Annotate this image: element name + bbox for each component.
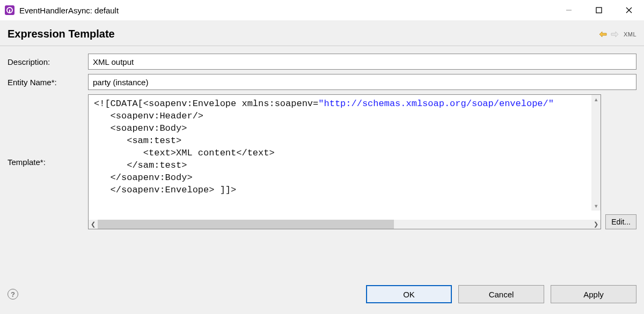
scroll-thumb[interactable] [98, 220, 394, 229]
description-input[interactable] [88, 54, 636, 70]
template-code-box[interactable]: <![CDATA[<soapenv:Envelope xmlns:soapenv… [88, 94, 601, 229]
cancel-button[interactable]: Cancel [458, 285, 544, 303]
svg-rect-4 [596, 8, 602, 13]
entity-row: Entity Name*: [8, 74, 636, 90]
scroll-up-icon[interactable]: ▴ [595, 96, 598, 103]
window-title: EventHandlerAsync: default [19, 6, 119, 15]
template-code-content: <![CDATA[<soapenv:Envelope xmlns:soapenv… [89, 95, 601, 200]
close-button[interactable] [614, 0, 644, 20]
xml-label[interactable]: XML [624, 31, 636, 38]
dialog-footer: ? OK Cancel Apply [0, 282, 644, 314]
page-header: Expression Template XML [0, 20, 644, 46]
template-label: Template*: [8, 94, 88, 167]
maximize-button[interactable] [584, 0, 614, 20]
apply-button[interactable]: Apply [551, 285, 636, 303]
window-controls [554, 0, 644, 20]
scroll-left-icon[interactable]: ❮ [89, 220, 98, 229]
ok-button[interactable]: OK [366, 285, 452, 303]
form-area: Description: Entity Name*: Template*: <!… [0, 46, 644, 229]
help-icon[interactable]: ? [8, 289, 18, 300]
minimize-button[interactable] [554, 0, 584, 20]
entity-name-label: Entity Name*: [8, 78, 88, 87]
app-icon [4, 5, 15, 16]
scroll-right-icon[interactable]: ❯ [591, 220, 601, 229]
entity-name-input[interactable] [88, 74, 636, 90]
scroll-down-icon[interactable]: ▾ [595, 203, 598, 210]
edit-button[interactable]: Edit... [605, 214, 636, 229]
forward-arrow-icon[interactable] [611, 31, 619, 38]
back-arrow-icon[interactable] [599, 31, 608, 38]
description-label: Description: [8, 57, 88, 66]
svg-rect-2 [9, 10, 10, 13]
horizontal-scrollbar[interactable]: ❮ ❯ [89, 220, 601, 229]
titlebar: EventHandlerAsync: default [0, 0, 644, 20]
vertical-scrollbar[interactable]: ▴ ▾ [591, 95, 601, 211]
template-row: Template*: <![CDATA[<soapenv:Envelope xm… [8, 94, 636, 229]
description-row: Description: [8, 54, 636, 70]
page-title: Expression Template [8, 28, 599, 40]
